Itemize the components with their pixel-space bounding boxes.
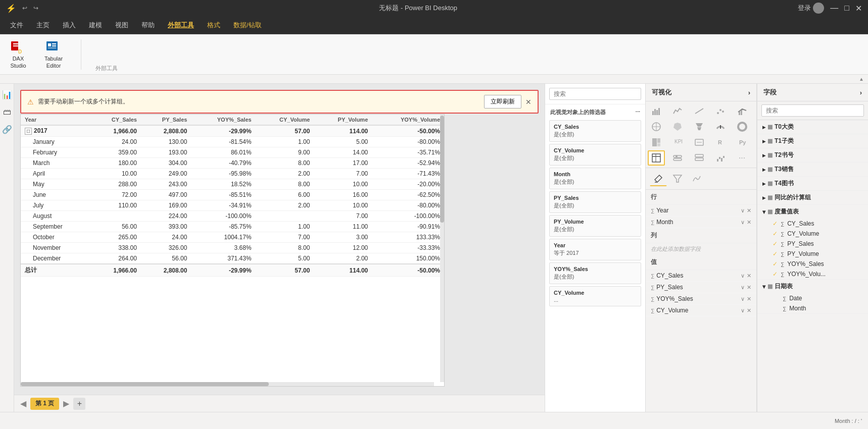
filter-card-0[interactable]: CY_Sales 是(全部) <box>549 120 641 142</box>
month-field-remove[interactable]: ✕ <box>747 219 751 226</box>
menu-data-drillthrough[interactable]: 数据/钻取 <box>227 19 268 32</box>
menu-help[interactable]: 帮助 <box>135 19 161 32</box>
field-item-6-2[interactable]: ✓∑PY_Sales <box>767 239 868 249</box>
value-remove-3[interactable]: ✕ <box>747 307 751 314</box>
menu-format[interactable]: 格式 <box>201 19 226 32</box>
viz-icon-line[interactable] <box>691 103 708 119</box>
field-group-header-5[interactable]: ▸ ▦ 同比的计算组 <box>757 191 868 204</box>
viz-icon-gauge[interactable] <box>712 119 729 134</box>
menu-model[interactable]: 建模 <box>83 19 108 32</box>
maximize-btn[interactable]: □ <box>844 4 849 13</box>
month-field-chevron[interactable]: ∨ <box>741 219 745 226</box>
report-view-icon[interactable]: 📊 <box>0 88 14 101</box>
viz-icon-multirow-card[interactable] <box>691 150 708 166</box>
login-button[interactable]: 登录 <box>798 3 824 14</box>
field-item-6-0[interactable]: ✓∑CY_Sales <box>767 219 868 229</box>
field-group-header-0[interactable]: ▸ ▦ T0大类 <box>757 120 868 134</box>
viz-icon-combo[interactable] <box>734 103 751 119</box>
field-item-6-1[interactable]: ✓∑CY_Volume <box>767 229 868 239</box>
filter-card-4[interactable]: PY_Volume 是(全部) <box>549 215 641 237</box>
field-item-6-4[interactable]: ✓∑YOY%_Sales <box>767 259 868 269</box>
value-chevron-1[interactable]: ∨ <box>741 284 745 291</box>
refresh-now-button[interactable]: 立即刷新 <box>484 95 521 109</box>
viz-format-analytics[interactable] <box>688 171 705 186</box>
menu-home[interactable]: 主页 <box>30 19 56 32</box>
fields-panel-expand-icon[interactable]: › <box>860 89 862 96</box>
menu-insert[interactable]: 插入 <box>57 19 82 32</box>
fields-search-input[interactable] <box>761 104 864 117</box>
filter-card-5[interactable]: Year 等于 2017 <box>549 239 641 260</box>
year-field-chevron[interactable]: ∨ <box>741 207 745 214</box>
viz-icon-r-script[interactable]: R <box>712 135 729 150</box>
field-item-6-5[interactable]: ✓∑YOY%_Volu... <box>767 269 868 279</box>
viz-icon-area[interactable] <box>669 103 686 119</box>
h-scrollbar-thumb[interactable] <box>21 382 269 386</box>
field-item-7-0[interactable]: ∑Date <box>767 293 868 303</box>
close-btn[interactable]: ✕ <box>855 4 862 13</box>
minimize-btn[interactable]: — <box>830 4 838 13</box>
py-volume-cell: 11.00 <box>314 222 372 232</box>
field-item-6-3[interactable]: ✓∑PY_Volume <box>767 249 868 259</box>
viz-icon-filled-map[interactable] <box>669 119 686 134</box>
filter-card-2[interactable]: Month 是(全部) <box>549 168 641 189</box>
year-field-remove[interactable]: ✕ <box>747 207 751 214</box>
field-group-header-4[interactable]: ▸ ▦ T4图书 <box>757 177 868 190</box>
viz-panel-expand-icon[interactable]: › <box>748 89 750 96</box>
redo-btn[interactable]: ↪ <box>33 5 38 12</box>
viz-format-filter[interactable] <box>669 171 686 186</box>
year-expand-icon[interactable]: □ <box>25 128 32 135</box>
add-page-btn[interactable]: + <box>73 398 85 410</box>
next-page-btn[interactable]: ▶ <box>61 398 71 409</box>
svg-text:KPI: KPI <box>674 139 683 144</box>
viz-icon-waterfall[interactable] <box>712 150 729 166</box>
viz-icon-donut[interactable] <box>734 119 751 134</box>
filter-section-more-icon[interactable]: ··· <box>636 109 640 116</box>
model-view-icon[interactable]: 🔗 <box>0 123 14 136</box>
filter-card-7[interactable]: CY_Volume ... <box>549 286 641 306</box>
field-group-header-7[interactable]: ▾ ▦ 日期表 <box>757 280 868 293</box>
viz-icon-more[interactable]: ··· <box>734 150 751 166</box>
value-chevron-2[interactable]: ∨ <box>741 296 745 302</box>
tabular-editor-btn[interactable]: Tabular Editor <box>40 37 67 71</box>
current-page-btn[interactable]: 第 1 页 <box>30 398 59 410</box>
value-remove-1[interactable]: ✕ <box>747 284 751 291</box>
dax-studio-btn[interactable]: D DAX Studio <box>6 37 30 71</box>
viz-icon-map[interactable] <box>648 119 665 134</box>
value-remove-0[interactable]: ✕ <box>747 273 751 279</box>
field-group-header-3[interactable]: ▸ ▦ T3销售 <box>757 163 868 176</box>
menu-external-tools[interactable]: 外部工具 <box>162 19 200 32</box>
data-view-icon[interactable]: 🗃 <box>1 105 13 119</box>
viz-icon-treemap[interactable] <box>648 135 665 150</box>
field-group-header-6[interactable]: ▾ ▦ 度量值表 <box>757 205 868 219</box>
menu-file[interactable]: 文件 <box>4 19 29 32</box>
viz-icon-kpi[interactable]: KPI <box>669 135 686 150</box>
collapse-arrow-icon[interactable]: ▲ <box>859 76 864 82</box>
menu-view[interactable]: 视图 <box>109 19 134 32</box>
filter-search-input[interactable] <box>549 88 641 100</box>
field-item-7-1[interactable]: ∑Month <box>767 303 868 313</box>
value-chevron-0[interactable]: ∨ <box>741 273 745 279</box>
py-sales-cell: 243.00 <box>141 179 191 190</box>
field-group-header-1[interactable]: ▸ ▦ T1子类 <box>757 134 868 148</box>
filter-card-6[interactable]: YOY%_Sales 是(全部) <box>549 262 641 284</box>
viz-icon-slicer[interactable] <box>669 150 686 166</box>
viz-icon-scatter[interactable] <box>712 103 729 119</box>
viz-icon-funnel[interactable] <box>691 119 708 134</box>
value-remove-2[interactable]: ✕ <box>747 296 751 302</box>
v-scrollbar-thumb[interactable] <box>440 116 444 223</box>
value-chevron-3[interactable]: ∨ <box>741 307 745 314</box>
vertical-scrollbar[interactable] <box>440 115 444 382</box>
viz-icon-card[interactable] <box>691 135 708 150</box>
viz-icon-table[interactable] <box>648 150 665 166</box>
filter-card-1[interactable]: CY_Volume 是(全部) <box>549 144 641 166</box>
filter-card-3[interactable]: PY_Sales 是(全部) <box>549 191 641 213</box>
warning-close-button[interactable]: ✕ <box>525 98 532 106</box>
prev-page-btn[interactable]: ◀ <box>18 398 28 409</box>
total-cy-sales: 1,966.00 <box>90 264 141 277</box>
horizontal-scrollbar[interactable] <box>21 382 434 386</box>
field-group-header-2[interactable]: ▸ ▦ T2书号 <box>757 148 868 162</box>
viz-format-paintbrush[interactable] <box>650 171 667 186</box>
viz-icon-py-script[interactable]: Py <box>734 135 751 150</box>
viz-icon-bar[interactable] <box>648 103 665 119</box>
undo-btn[interactable]: ↩ <box>22 5 27 12</box>
